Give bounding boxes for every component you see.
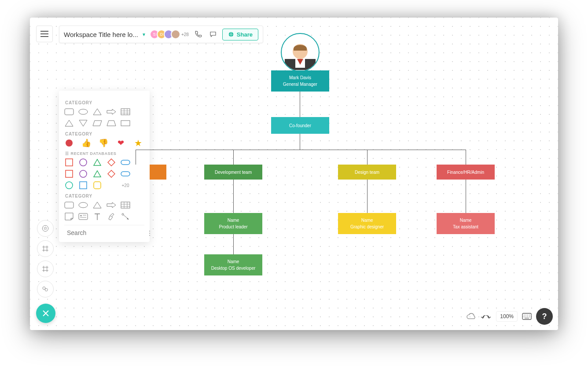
org-node-cofounder[interactable]: Co-founder [271, 117, 329, 134]
keyboard-icon[interactable] [522, 313, 532, 320]
org-node-person[interactable]: Name Graphic designer [338, 213, 396, 234]
org-node-person[interactable]: Name Desktop OS developer [204, 254, 262, 275]
connector [233, 150, 234, 165]
cloud-icon[interactable] [466, 312, 476, 320]
connector [466, 180, 466, 213]
connector [300, 134, 300, 150]
connector [233, 234, 234, 254]
person-avatar-icon [285, 35, 316, 70]
connector [136, 150, 466, 150]
org-node-dept[interactable]: Finance/HR/Admin [437, 165, 495, 180]
connector [136, 150, 136, 165]
org-node-dept[interactable]: Development team [204, 165, 262, 180]
bottom-right-controls: 100% ? [466, 308, 553, 325]
undo-redo-icon[interactable] [480, 313, 492, 319]
connector [233, 180, 234, 213]
org-node-dept[interactable] [150, 165, 166, 180]
connector [300, 92, 300, 117]
avatar-head[interactable] [281, 33, 320, 72]
org-chart: Mark Davis General Manager Co-founder De… [30, 18, 558, 330]
org-node-person[interactable]: Name Product leader [204, 213, 262, 234]
org-node-root[interactable]: Mark Davis General Manager [271, 70, 329, 92]
org-node-dept[interactable]: Design team [338, 165, 396, 180]
help-button[interactable]: ? [536, 308, 553, 325]
connector [466, 150, 466, 165]
svg-rect-27 [522, 313, 531, 319]
zoom-level[interactable]: 100% [496, 311, 518, 322]
connector [367, 150, 368, 165]
org-node-person[interactable]: Name Tax assistant [437, 213, 495, 234]
connector [367, 180, 368, 213]
